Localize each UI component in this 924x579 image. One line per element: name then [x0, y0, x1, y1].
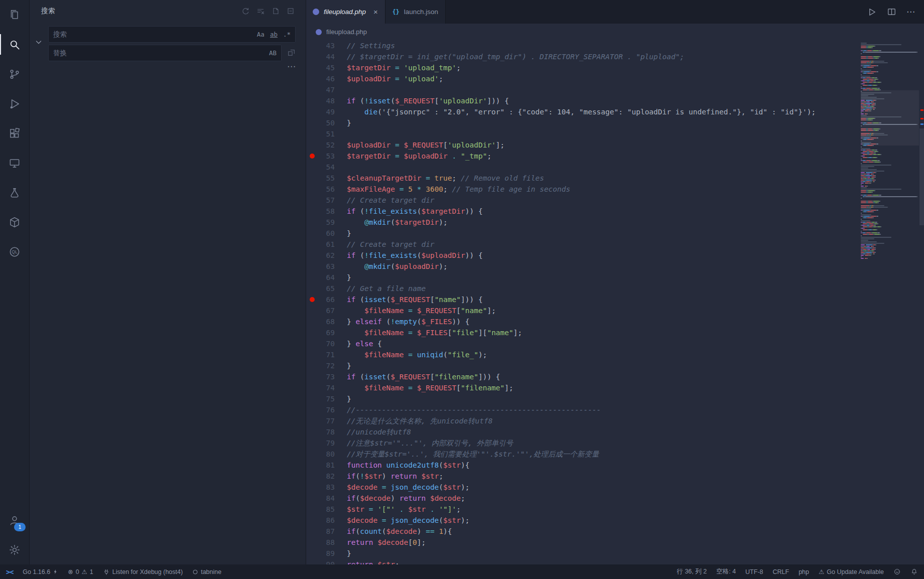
indentation-status[interactable]: 空格: 4	[716, 567, 736, 576]
code-line[interactable]: 86$decode = json_decode($str);	[306, 515, 857, 526]
breakpoint-gutter[interactable]	[306, 438, 319, 449]
code-line[interactable]: 72}	[306, 360, 857, 371]
code-line[interactable]: 43// Settings	[306, 40, 857, 51]
line-number[interactable]: 84	[319, 493, 335, 504]
breakpoint-gutter[interactable]	[306, 62, 319, 73]
code-line[interactable]: 56$maxFileAge = 5 * 3600; // Temp file a…	[306, 184, 857, 195]
code-line[interactable]: 45$targetDir = 'upload_tmp';	[306, 62, 857, 73]
breakpoint-gutter[interactable]	[306, 84, 319, 95]
split-editor-icon[interactable]	[887, 7, 896, 17]
line-number[interactable]: 69	[319, 327, 335, 338]
line-number[interactable]: 76	[319, 404, 335, 415]
line-number[interactable]: 44	[319, 51, 335, 62]
line-number[interactable]: 57	[319, 195, 335, 206]
code-line[interactable]: 76//------------------------------------…	[306, 404, 857, 415]
preserve-case-icon[interactable]: AB	[269, 49, 277, 57]
breakpoint-gutter[interactable]	[306, 117, 319, 128]
code-line[interactable]: 73if (isset($_REQUEST["filename"])) {	[306, 371, 857, 382]
line-number[interactable]: 61	[319, 239, 335, 250]
line-number[interactable]: 56	[319, 184, 335, 195]
breakpoint-gutter[interactable]	[306, 106, 319, 117]
breakpoint-icon[interactable]	[306, 151, 319, 162]
regex-icon[interactable]: .*	[283, 31, 291, 38]
line-number[interactable]: 77	[319, 415, 335, 426]
line-number[interactable]: 86	[319, 515, 335, 526]
breakpoint-gutter[interactable]	[306, 272, 319, 283]
breakpoint-gutter[interactable]	[306, 559, 319, 564]
activity-item-explorer[interactable]	[0, 0, 29, 30]
line-number[interactable]: 45	[319, 62, 335, 73]
line-number[interactable]: 46	[319, 73, 335, 84]
go-version-status[interactable]: Go 1.16.6	[23, 568, 58, 575]
search-input[interactable]: 搜索 Aa ab .*	[48, 26, 296, 43]
code-line[interactable]: 77//无论是什么文件名称, 先unicode转utf8	[306, 415, 857, 426]
go-update-status[interactable]: ⚠ Go Update Available	[819, 568, 884, 575]
code-line[interactable]: 64}	[306, 272, 857, 283]
code-line[interactable]: 85$str = '["' . $str . '"]';	[306, 504, 857, 515]
line-number[interactable]: 80	[319, 449, 335, 460]
code-line[interactable]: 57// Create target dir	[306, 195, 857, 206]
toggle-search-details-icon[interactable]: ⋯	[287, 62, 296, 71]
line-number[interactable]: 50	[319, 117, 335, 128]
run-or-debug-icon[interactable]	[867, 7, 877, 17]
breakpoint-gutter[interactable]	[306, 360, 319, 371]
new-search-editor-icon[interactable]	[272, 7, 280, 15]
code-line[interactable]: 46$uploadDir = 'upload';	[306, 73, 857, 84]
line-number[interactable]: 54	[319, 162, 335, 173]
close-tab-icon[interactable]: ×	[373, 8, 378, 16]
line-number[interactable]: 49	[319, 106, 335, 117]
replace-input[interactable]: 替换 AB	[48, 45, 282, 61]
code-line[interactable]: 70} else {	[306, 338, 857, 349]
code-line[interactable]: 62if (!file_exists($uploadDir)) {	[306, 250, 857, 261]
breakpoint-gutter[interactable]	[306, 338, 319, 349]
line-number[interactable]: 65	[319, 283, 335, 294]
breakpoint-gutter[interactable]	[306, 250, 319, 261]
breakpoint-gutter[interactable]	[306, 548, 319, 559]
line-number[interactable]: 55	[319, 173, 335, 184]
breakpoint-gutter[interactable]	[306, 73, 319, 84]
more-actions-icon[interactable]: ⋯	[906, 8, 915, 16]
breakpoint-gutter[interactable]	[306, 471, 319, 482]
line-number[interactable]: 74	[319, 382, 335, 393]
clear-results-icon[interactable]	[256, 7, 265, 15]
line-number[interactable]: 66	[319, 294, 335, 305]
breakpoint-gutter[interactable]	[306, 40, 319, 51]
line-number[interactable]: 43	[319, 40, 335, 51]
breakpoint-gutter[interactable]	[306, 228, 319, 239]
code-line[interactable]: 68} elseif (!empty($_FILES)) {	[306, 316, 857, 327]
breakpoint-gutter[interactable]	[306, 206, 319, 217]
breakpoint-gutter[interactable]	[306, 261, 319, 272]
feedback-icon[interactable]	[893, 568, 901, 575]
line-number[interactable]: 63	[319, 261, 335, 272]
line-number[interactable]: 90	[319, 559, 335, 564]
code-line[interactable]: 47	[306, 84, 857, 95]
code-line[interactable]: 87if(count($decode) == 1){	[306, 526, 857, 537]
breakpoint-gutter[interactable]	[306, 51, 319, 62]
activity-item-extensions[interactable]	[0, 118, 29, 148]
line-number[interactable]: 81	[319, 460, 335, 471]
breakpoint-gutter[interactable]	[306, 515, 319, 526]
line-number[interactable]: 75	[319, 393, 335, 404]
code-line[interactable]: 78//unicode转utf8	[306, 426, 857, 438]
breakpoint-gutter[interactable]	[306, 493, 319, 504]
code-line[interactable]: 90return $str;	[306, 559, 857, 564]
line-number[interactable]: 88	[319, 537, 335, 548]
breakpoint-gutter[interactable]	[306, 415, 319, 426]
line-number[interactable]: 48	[319, 95, 335, 106]
code-line[interactable]: 75}	[306, 393, 857, 404]
code-line[interactable]: 88return $decode[0];	[306, 537, 857, 548]
breakpoint-gutter[interactable]	[306, 349, 319, 360]
breakpoint-gutter[interactable]	[306, 162, 319, 173]
code-line[interactable]: 89}	[306, 548, 857, 559]
breakpoint-gutter[interactable]	[306, 283, 319, 294]
breakpoint-gutter[interactable]	[306, 316, 319, 327]
breakpoint-gutter[interactable]	[306, 449, 319, 460]
line-number[interactable]: 71	[319, 349, 335, 360]
line-number[interactable]: 67	[319, 305, 335, 316]
breakpoint-gutter[interactable]	[306, 504, 319, 515]
activity-item-package[interactable]	[0, 207, 29, 237]
breakpoint-gutter[interactable]	[306, 139, 319, 151]
code-line[interactable]: 67 $fileName = $_REQUEST["name"];	[306, 305, 857, 316]
breakpoint-gutter[interactable]	[306, 371, 319, 382]
encoding-status[interactable]: UTF-8	[745, 568, 763, 575]
